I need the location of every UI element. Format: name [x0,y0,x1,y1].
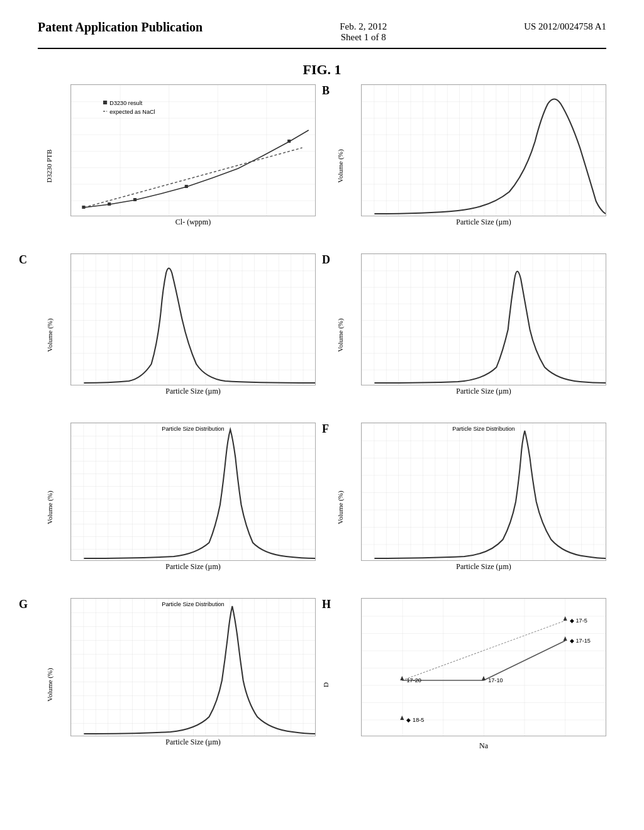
chart-g-y-label: Volume (%) [46,668,53,701]
svg-text:◆ 18-5: ◆ 18-5 [406,717,424,723]
figure-title: FIG. 1 [38,62,606,78]
chart-d-area: 0 2 4 6 8 10 12 0.01 0.1 1 10 100 [361,253,606,385]
chart-c-area: 0 2 4 6 8 10 12 0.01 0.1 1 10 100 [70,253,316,385]
chart-d-y-label: Volume (%) [336,318,344,351]
svg-rect-0 [71,85,315,216]
chart-b-x-label: Particle Size (µm) [361,218,606,227]
chart-f-x-label: Particle Size (µm) [361,562,606,572]
svg-rect-101 [71,599,315,736]
chart-f-y-label: Volume (%) [336,490,344,524]
svg-rect-116 [362,599,606,736]
page-header: Patent Application Publication Feb. 2, 2… [38,19,606,49]
svg-text:◆ 17-15: ◆ 17-15 [570,638,591,644]
svg-text:17-20: 17-20 [406,677,421,683]
chart-g: G Volume (%) Particle Size Distribution [38,598,316,771]
chart-f-area: Particle Size Distribution 0 1 2 3 4 5 6… [361,423,606,561]
svg-rect-26 [362,85,606,216]
chart-a-y-label: D3230 PTB [45,149,53,182]
svg-rect-67 [71,423,315,561]
svg-text:Particle Size Distribution: Particle Size Distribution [162,601,224,607]
chart-b-area: 0 1 2 3 4 5 6 7 8 0.01 0.1 1 10 100 [361,84,606,216]
chart-e: Volume (%) Particle Size Distribution 0 [38,423,316,592]
publication-date: Feb. 2, 2012 Sheet 1 of 8 [340,19,387,43]
svg-rect-6 [287,140,291,143]
chart-c-label: C [19,253,27,267]
chart-h-area: ◆ 18-5 17-20 17-10 ◆ 17-15 ◆ 17-5 0.8 0. [361,598,606,736]
svg-rect-5 [185,185,188,188]
publication-title: Patent Application Publication [38,19,203,35]
chart-b: B Volume (%) 0 1 2 3 [328,84,606,247]
patent-number: US 2012/0024758 A1 [524,19,606,32]
chart-c-y-label: Volume (%) [46,318,53,351]
svg-text:17-10: 17-10 [488,677,502,683]
chart-h-label: H [322,598,331,611]
svg-text:D3230 result: D3230 result [109,100,142,106]
chart-h-y-label: D [322,682,330,687]
chart-a-area: 0 5 10 15 20 25 30 35 40 0 10 20 30 40 5… [70,84,316,216]
chart-a-x-label: Cl- (wppm) [70,218,316,227]
chart-f: F Volume (%) Particle Size Distribution [328,423,606,592]
chart-b-y-label: Volume (%) [336,149,344,182]
svg-text:Particle Size Distribution: Particle Size Distribution [452,426,514,432]
page: Patent Application Publication Feb. 2, 2… [0,0,644,830]
chart-d-x-label: Particle Size (µm) [361,387,606,396]
chart-e-y-label: Volume (%) [46,490,53,524]
chart-e-area: Particle Size Distribution 0 2 4 6 8 10 … [70,423,316,561]
svg-rect-41 [71,254,315,385]
svg-text:◆ 17-5: ◆ 17-5 [570,617,587,624]
svg-rect-2 [82,206,85,209]
chart-c-x-label: Particle Size (µm) [70,387,316,396]
chart-e-x-label: Particle Size (µm) [70,562,316,572]
chart-c: C Volume (%) 0 2 4 6 [38,253,316,416]
chart-a: D3230 PTB [38,84,316,247]
svg-rect-22 [103,101,107,104]
svg-rect-3 [108,202,111,206]
chart-b-label: B [322,84,330,97]
chart-g-area: Particle Size Distribution 0 2 4 6 8 10 … [70,598,316,736]
chart-d-label: D [322,253,330,267]
chart-h-x-label: Na [361,741,606,751]
chart-d: D Volume (%) 0 2 4 6 [328,253,606,416]
svg-rect-85 [362,423,606,561]
chart-h: H D ◆ [328,598,606,771]
chart-g-x-label: Particle Size (µm) [70,738,316,747]
chart-g-label: G [19,598,28,611]
svg-text:expected as NaCl: expected as NaCl [109,109,155,115]
chart-f-label: F [322,423,329,436]
charts-grid: D3230 PTB [38,84,606,771]
svg-rect-54 [362,254,606,385]
svg-rect-4 [133,198,136,201]
svg-text:Particle Size Distribution: Particle Size Distribution [162,426,224,432]
